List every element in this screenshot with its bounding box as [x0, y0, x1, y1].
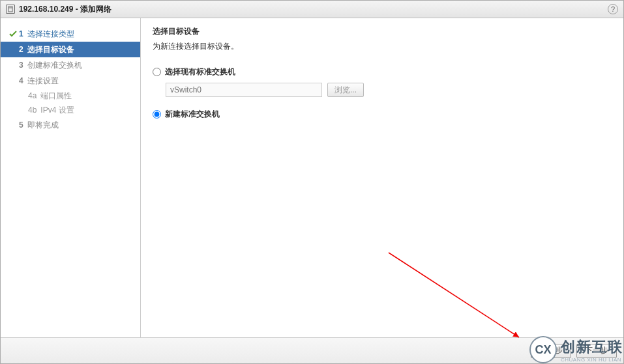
step-label: 连接设置 — [27, 76, 59, 87]
step-label[interactable]: 选择连接类型 — [27, 29, 74, 40]
step-num: 5 — [19, 120, 23, 130]
content-description: 为新连接选择目标设备。 — [153, 41, 612, 52]
step-2-target-device[interactable]: 2 选择目标设备 — [1, 42, 140, 57]
step-num: 2 — [19, 45, 23, 54]
radio-label: 新建标准交换机 — [165, 109, 220, 120]
step-num: 4b — [28, 105, 37, 115]
step-4a-port-props: 4a 端口属性 — [1, 89, 140, 103]
step-label: 创建标准交换机 — [27, 60, 82, 71]
step-label: 端口属性 — [40, 91, 72, 102]
browse-button[interactable]: 浏览... — [327, 83, 364, 97]
next-button[interactable]: 下一步 — [576, 344, 617, 358]
svg-rect-0 — [8, 7, 12, 12]
step-3-create-switch: 3 创建标准交换机 — [1, 57, 140, 73]
existing-switch-row: 浏览... — [166, 83, 612, 97]
step-4-connection-settings: 4 连接设置 — [1, 73, 140, 89]
switch-name-input[interactable] — [166, 83, 322, 97]
step-5-finish: 5 即将完成 — [1, 117, 140, 133]
help-button[interactable]: ? — [608, 4, 618, 14]
radio-new-switch[interactable]: 新建标准交换机 — [153, 109, 612, 120]
step-label: IPv4 设置 — [40, 105, 74, 116]
window-host-icon — [6, 5, 15, 14]
step-label: 即将完成 — [27, 120, 59, 131]
step-num: 3 — [19, 61, 23, 70]
radio-label: 选择现有标准交换机 — [165, 66, 235, 77]
step-num: 4a — [28, 91, 37, 100]
step-num: 1 — [19, 29, 23, 38]
wizard-window: 192.168.10.249 - 添加网络 ? 1 选择连接类型 2 选择目标设… — [0, 0, 624, 364]
radio-new-input[interactable] — [153, 110, 161, 119]
wizard-body: 1 选择连接类型 2 选择目标设备 3 创建标准交换机 4 连接设置 — [1, 18, 623, 337]
step-label: 选择目标设备 — [27, 44, 74, 55]
step-sidebar: 1 选择连接类型 2 选择目标设备 3 创建标准交换机 4 连接设置 — [1, 18, 141, 337]
check-icon — [7, 31, 19, 37]
content-pane: 选择目标设备 为新连接选择目标设备。 选择现有标准交换机 浏览... 新建标准交… — [141, 18, 623, 337]
radio-existing-input[interactable] — [153, 68, 161, 76]
prev-button[interactable]: 上一步 — [531, 344, 571, 358]
wizard-footer: 上一步 下一步 — [1, 337, 623, 363]
radio-existing-switch[interactable]: 选择现有标准交换机 — [153, 66, 612, 77]
titlebar: 192.168.10.249 - 添加网络 ? — [1, 1, 623, 18]
content-heading: 选择目标设备 — [153, 26, 612, 37]
step-4b-ipv4: 4b IPv4 设置 — [1, 103, 140, 117]
step-num: 4 — [19, 76, 23, 85]
window-title: 192.168.10.249 - 添加网络 — [19, 4, 111, 15]
step-1-connection-type[interactable]: 1 选择连接类型 — [1, 26, 140, 42]
